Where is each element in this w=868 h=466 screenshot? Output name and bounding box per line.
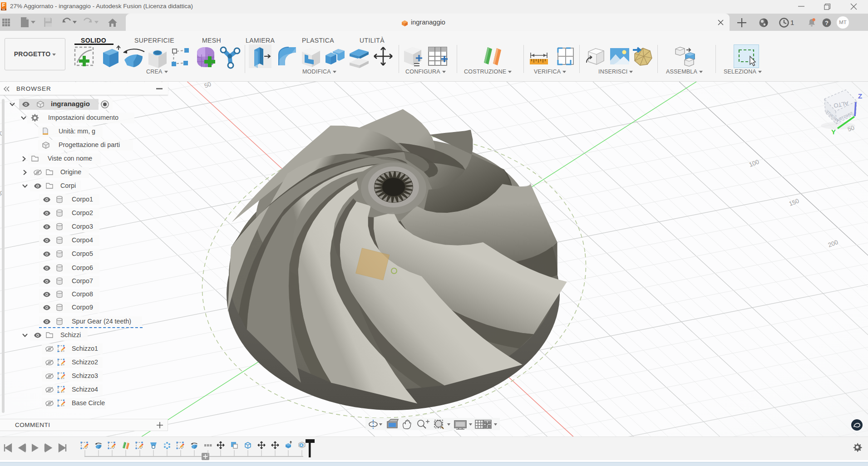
svg-text:Y: Y [831, 128, 836, 136]
svg-text:Z: Z [858, 92, 862, 100]
svg-text:?: ? [825, 20, 829, 26]
